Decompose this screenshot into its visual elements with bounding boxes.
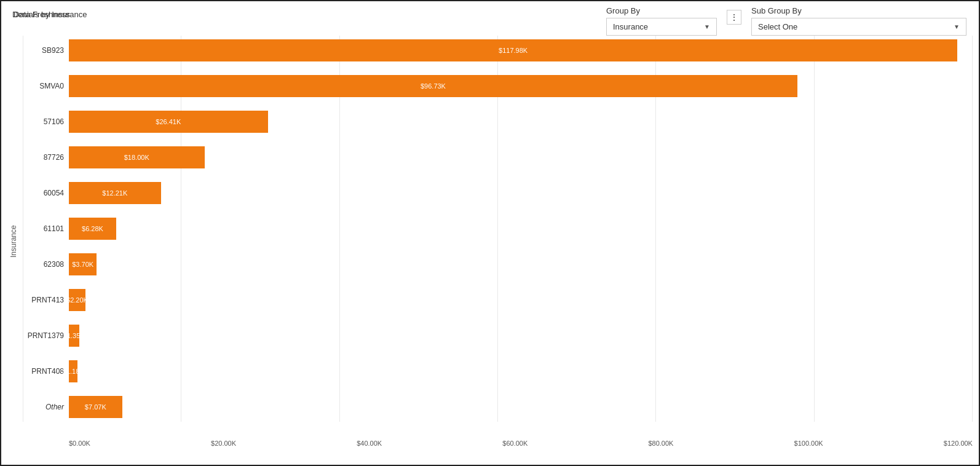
sub-group-by-arrow: ▼ xyxy=(954,23,960,30)
group-by-label: Group By xyxy=(606,6,640,15)
bar-label: Other xyxy=(23,403,69,411)
x-tick: $0.00K xyxy=(69,440,90,447)
sub-group-by-control: Sub Group By Select One ▼ xyxy=(751,6,966,36)
sub-group-by-value: Select One xyxy=(758,22,797,31)
bar[interactable]: $7.07K xyxy=(69,396,122,418)
bar-row: 87726$18.00K xyxy=(23,143,973,172)
bar-label: 60054 xyxy=(23,189,69,197)
group-by-control: Group By Insurance ▼ xyxy=(606,6,717,36)
bar[interactable]: $18.00K xyxy=(69,146,205,168)
group-by-dropdown[interactable]: Insurance ▼ xyxy=(606,18,717,36)
controls-right: Group By Insurance ▼ ⋮ Sub Group By Sele… xyxy=(606,6,966,36)
bars-container: SB923$117.98KSMVA0$96.73K57106$26.41K877… xyxy=(23,36,973,437)
bar[interactable]: $117.98K xyxy=(69,39,957,61)
bar-value-label: $1.35K xyxy=(61,332,87,339)
bar[interactable]: $6.28K xyxy=(69,218,116,240)
bar-row: 57106$26.41K xyxy=(23,107,973,136)
bar-value-label: $1.18K xyxy=(60,368,87,375)
chart-area: Insurance SB923$117.98KSMVA0$96.73K57106… xyxy=(1,36,979,453)
bar[interactable]: $26.41K xyxy=(69,111,268,133)
bar-label: 87726 xyxy=(23,153,69,162)
more-button[interactable]: ⋮ xyxy=(727,6,741,25)
bar-label: SB923 xyxy=(23,46,69,55)
more-icon: ⋮ xyxy=(730,12,738,22)
bar-value-label: $2.20K xyxy=(64,296,90,304)
bar-label: 57106 xyxy=(23,117,69,126)
chart-content: SB923$117.98KSMVA0$96.73K57106$26.41K877… xyxy=(23,36,973,447)
bar-row: PRNT1379$1.35K xyxy=(23,321,973,350)
bar[interactable]: $1.35K xyxy=(69,325,79,347)
bar-wrapper: $1.35K xyxy=(69,325,973,347)
bar-wrapper: $6.28K xyxy=(69,218,973,240)
bar-row: PRNT408$1.18K xyxy=(23,357,973,386)
bar-wrapper: $12.21K xyxy=(69,182,973,204)
group-by-value: Insurance xyxy=(613,22,648,31)
bar-label: 61101 xyxy=(23,224,69,233)
x-tick: $80.00K xyxy=(648,440,673,447)
sub-group-by-label: Sub Group By xyxy=(751,6,802,15)
bar[interactable]: $96.73K xyxy=(69,75,797,97)
bar-row: Other$7.07K xyxy=(23,392,973,422)
bar-wrapper: $1.18K xyxy=(69,360,973,382)
group-by-arrow: ▼ xyxy=(704,23,710,30)
bar-label: 62308 xyxy=(23,260,69,269)
bar-wrapper: $7.07K xyxy=(69,396,973,418)
bar[interactable]: $1.18K xyxy=(69,360,77,382)
x-tick: $60.00K xyxy=(502,440,528,447)
bar[interactable]: $12.21K xyxy=(69,182,161,204)
bar-row: PRNT413$2.20K xyxy=(23,285,973,315)
x-axis: $0.00K$20.00K$40.00K$60.00K$80.00K$100.0… xyxy=(23,437,973,447)
bar-wrapper: $3.70K xyxy=(69,253,973,275)
bar-wrapper: $2.20K xyxy=(69,289,973,311)
header-row: Denials by Insurance Data Freshness Grou… xyxy=(1,1,979,36)
bar-row: SB923$117.98K xyxy=(23,36,973,65)
bar-value-label: $117.98K xyxy=(496,47,530,54)
bar-wrapper: $26.41K xyxy=(69,111,973,133)
bar-value-label: $18.00K xyxy=(122,154,152,161)
bar[interactable]: $3.70K xyxy=(69,253,97,275)
bar-label: SMVA0 xyxy=(23,82,69,90)
bar-row: 60054$12.21K xyxy=(23,178,973,208)
bar-wrapper: $117.98K xyxy=(69,39,973,61)
bar[interactable]: $2.20K xyxy=(69,289,85,311)
bar-row: 62308$3.70K xyxy=(23,250,973,279)
x-tick: $100.00K xyxy=(794,440,823,447)
x-tick: $40.00K xyxy=(357,440,382,447)
bar-row: SMVA0$96.73K xyxy=(23,71,973,101)
bar-value-label: $12.21K xyxy=(100,189,130,197)
bar-value-label: $7.07K xyxy=(82,403,109,411)
sub-group-by-dropdown[interactable]: Select One ▼ xyxy=(751,18,966,36)
bar-row: 61101$6.28K xyxy=(23,214,973,243)
bar-value-label: $96.73K xyxy=(418,82,448,90)
bar-value-label: $6.28K xyxy=(79,225,106,232)
dashboard-container: Denials by Insurance Data Freshness Grou… xyxy=(0,0,980,466)
y-axis-label: Insurance xyxy=(7,36,20,447)
x-tick: $120.00K xyxy=(944,440,973,447)
bar-label: PRNT413 xyxy=(23,296,69,304)
bar-wrapper: $96.73K xyxy=(69,75,973,97)
bar-value-label: $3.70K xyxy=(69,261,96,268)
bar-value-label: $26.41K xyxy=(153,118,183,125)
bar-wrapper: $18.00K xyxy=(69,146,973,168)
x-tick: $20.00K xyxy=(211,440,236,447)
more-icon-btn[interactable]: ⋮ xyxy=(727,10,741,25)
chart-title: Denials by Insurance xyxy=(12,10,87,19)
